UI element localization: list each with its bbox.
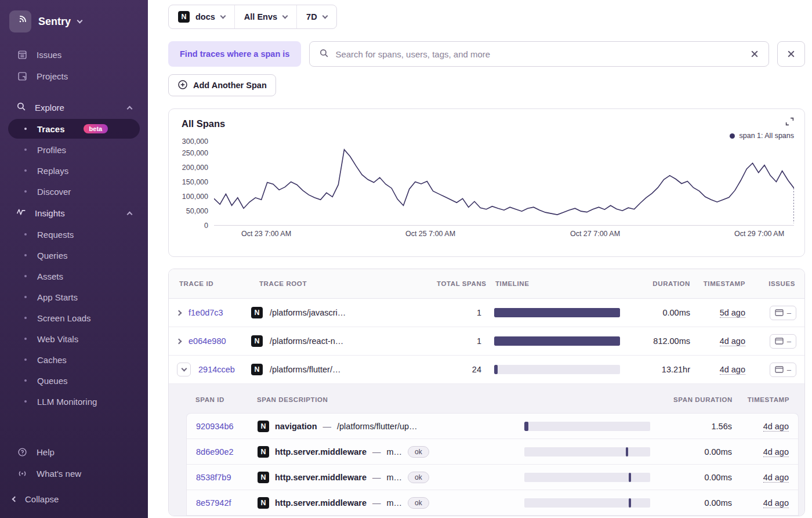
trace-id-link[interactable]: e064e980: [188, 336, 226, 346]
sidebar-item-web-vitals[interactable]: Web Vitals: [0, 328, 148, 349]
sentry-logo-icon: [9, 10, 31, 32]
issue-card-icon: [775, 366, 784, 373]
timestamp-link[interactable]: 4d ago: [763, 473, 789, 483]
timestamp-link[interactable]: 5d ago: [720, 308, 745, 318]
chevron-down-icon: [322, 13, 328, 19]
search-icon: [319, 48, 329, 60]
issues-button[interactable]: –: [770, 363, 796, 377]
chevron-down-icon: [181, 366, 187, 372]
trace-id-link[interactable]: f1e0d7c3: [188, 308, 223, 317]
org-switcher[interactable]: Sentry: [0, 7, 148, 36]
expand-chart-icon[interactable]: [785, 117, 794, 128]
span-id-link[interactable]: 8d6e90e2: [196, 447, 234, 457]
issues-count: –: [787, 365, 791, 374]
sidebar-item-profiles[interactable]: Profiles: [0, 139, 148, 160]
span-row[interactable]: 8d6e90e2 N http.server.middleware — m… o…: [187, 439, 798, 465]
table-row[interactable]: f1e0d7c3 N /platforms/javascri… 1 0.00ms…: [169, 299, 804, 327]
duration-value: 812.00ms: [634, 336, 701, 346]
environment-selector[interactable]: All Envs: [234, 5, 296, 28]
sidebar-item-queues[interactable]: Queues: [0, 370, 148, 391]
table-row[interactable]: e064e980 N /platforms/react-n… 1 812.00m…: [169, 327, 804, 356]
timeline-bar: [494, 308, 620, 317]
column-header-timeline: TIMELINE: [492, 280, 634, 287]
collapse-sidebar-button[interactable]: Collapse: [0, 484, 148, 513]
sidebar-item-traces[interactable]: Traces beta: [8, 119, 140, 139]
collapse-row-button[interactable]: [177, 363, 191, 376]
sidebar-section-explore[interactable]: Explore: [0, 96, 148, 118]
platform-icon: N: [258, 446, 269, 458]
timeline-bar: [629, 498, 631, 508]
sidebar-item-label: Caches: [37, 355, 67, 365]
clear-search-icon[interactable]: [750, 49, 759, 59]
chevron-down-icon: [77, 18, 83, 24]
duration-value: 0.00ms: [634, 308, 701, 317]
add-another-span-button[interactable]: Add Another Span: [168, 74, 276, 96]
separator: —: [372, 498, 381, 508]
bullet-icon: [24, 169, 27, 172]
span-op: navigation: [275, 422, 317, 431]
timestamp-link[interactable]: 4d ago: [720, 365, 745, 375]
timestamp-link[interactable]: 4d ago: [763, 498, 789, 508]
sidebar-item-replays[interactable]: Replays: [0, 160, 148, 181]
add-another-span-label: Add Another Span: [193, 81, 267, 90]
spans-line-chart[interactable]: [214, 139, 794, 226]
project-selector[interactable]: N docs: [169, 5, 234, 28]
sidebar-item-issues[interactable]: Issues: [0, 44, 148, 66]
sidebar-item-help[interactable]: Help: [0, 441, 148, 463]
issues-button[interactable]: –: [770, 306, 796, 320]
span-row[interactable]: 920934b6 N navigation — /platforms/flutt…: [187, 414, 798, 439]
column-header-timestamp: TIMESTAMP: [743, 396, 799, 403]
sidebar-item-screen-loads[interactable]: Screen Loads: [0, 307, 148, 328]
main-content: N docs All Envs 7D Find traces where a s…: [148, 0, 812, 516]
sidebar-item-requests[interactable]: Requests: [0, 224, 148, 245]
issues-button[interactable]: –: [770, 334, 796, 349]
timeline-bar: [494, 365, 498, 374]
timeline-cell: [522, 473, 664, 482]
x-tick: Oct 23 7:00 AM: [241, 230, 291, 238]
trace-root-text: /platforms/flutter/…: [270, 365, 340, 374]
y-tick: 150,000: [182, 178, 208, 186]
sidebar-item-label: Projects: [37, 71, 68, 81]
timestamp-link[interactable]: 4d ago: [763, 447, 789, 457]
expanded-spans-panel: SPAN ID SPAN DESCRIPTION SPAN DURATION T…: [169, 384, 804, 516]
timeline-cell: [522, 447, 664, 457]
sidebar-item-whats-new[interactable]: What's new: [0, 463, 148, 484]
span-id-link[interactable]: 8e57942f: [196, 498, 231, 508]
span-row[interactable]: 8e57942f N http.server.middleware — m… o…: [187, 490, 798, 516]
sidebar-item-label: LLM Monitoring: [37, 397, 97, 407]
sidebar-footer: Help What's new Collapse: [0, 441, 148, 518]
trace-id-link[interactable]: 2914cceb: [198, 365, 235, 374]
close-button[interactable]: [777, 41, 805, 67]
trace-root-text: /platforms/react-n…: [270, 336, 343, 346]
y-tick: 200,000: [182, 164, 208, 172]
duration-value: 13.21hr: [634, 365, 701, 374]
timestamp-link[interactable]: 4d ago: [720, 336, 745, 346]
span-id-link[interactable]: 920934b6: [196, 422, 234, 431]
expand-row-icon[interactable]: [176, 310, 182, 316]
sidebar-item-llm-monitoring[interactable]: LLM Monitoring: [0, 391, 148, 412]
span-search-input[interactable]: [335, 49, 744, 59]
timestamp-link[interactable]: 4d ago: [763, 422, 789, 432]
chevron-down-icon: [282, 13, 288, 19]
span-description: m…: [386, 447, 402, 457]
table-row-expanded[interactable]: 2914cceb N /platforms/flutter/… 24 13.21…: [169, 356, 804, 384]
sidebar-item-caches[interactable]: Caches: [0, 349, 148, 370]
sidebar-item-app-starts[interactable]: App Starts: [0, 287, 148, 307]
sidebar-item-label: Web Vitals: [37, 334, 78, 344]
sidebar-item-queries[interactable]: Queries: [0, 245, 148, 266]
sidebar-section-insights[interactable]: Insights: [0, 202, 148, 224]
project-platform-icon: N: [178, 11, 190, 23]
date-range-selector[interactable]: 7D: [296, 5, 336, 28]
y-tick: 50,000: [186, 207, 208, 215]
find-traces-where-label: Find traces where a span is: [168, 41, 301, 67]
expand-row-icon[interactable]: [176, 338, 182, 344]
span-row[interactable]: 8538f7b9 N http.server.middleware — m… o…: [187, 465, 798, 490]
sidebar-item-projects[interactable]: Projects: [0, 66, 148, 87]
sidebar-item-assets[interactable]: Assets: [0, 266, 148, 287]
span-id-link[interactable]: 8538f7b9: [196, 473, 231, 482]
table-header-row: TRACE ID TRACE ROOT TOTAL SPANS TIMELINE…: [169, 269, 804, 299]
timeline-cell: [522, 498, 664, 508]
all-spans-chart-panel: All Spans span 1: All spans 300,000 250,…: [168, 108, 805, 257]
subtable-header-row: SPAN ID SPAN DESCRIPTION SPAN DURATION T…: [186, 386, 799, 413]
sidebar-item-discover[interactable]: Discover: [0, 181, 148, 202]
